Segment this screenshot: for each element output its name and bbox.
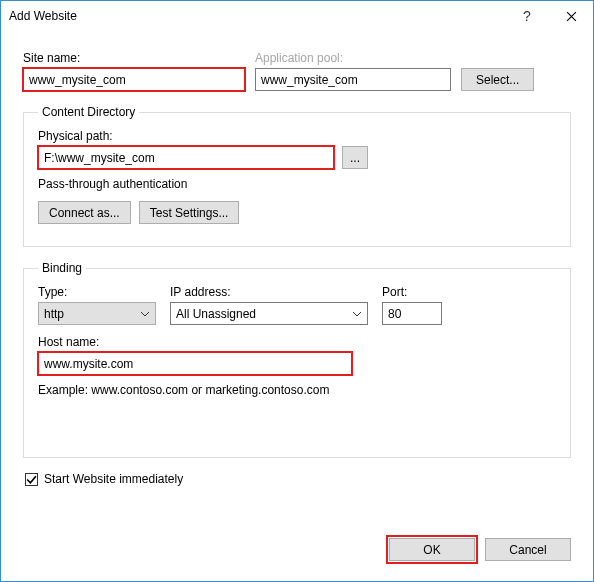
help-button[interactable]: ? [505,1,549,31]
port-input[interactable] [382,302,442,325]
close-icon [566,11,577,22]
type-select[interactable]: http [38,302,156,325]
type-value: http [44,307,64,321]
titlebar: Add Website ? [1,1,593,31]
app-pool-label: Application pool: [255,51,451,65]
select-app-pool-button[interactable]: Select... [461,68,534,91]
ip-value: All Unassigned [176,307,256,321]
test-settings-button[interactable]: Test Settings... [139,201,240,224]
browse-path-button[interactable]: ... [342,146,368,169]
type-label: Type: [38,285,156,299]
ip-label: IP address: [170,285,368,299]
connect-as-button[interactable]: Connect as... [38,201,131,224]
cancel-button[interactable]: Cancel [485,538,571,561]
site-name-input[interactable] [23,68,245,91]
host-example-text: Example: www.contoso.com or marketing.co… [38,383,556,397]
physical-path-input[interactable] [38,146,334,169]
dialog-content: Site name: Application pool: Select... C… [1,31,593,522]
help-icon: ? [523,8,531,24]
content-directory-group: Content Directory Physical path: ... Pas… [23,105,571,247]
host-label: Host name: [38,335,556,349]
physical-path-label: Physical path: [38,129,556,143]
checkmark-icon [26,474,37,485]
dialog-footer: OK Cancel [1,522,593,581]
auth-text: Pass-through authentication [38,177,556,191]
start-immediately-checkbox[interactable] [25,473,38,486]
port-label: Port: [382,285,442,299]
window-title: Add Website [9,9,77,23]
start-immediately-label: Start Website immediately [44,472,183,486]
app-pool-input [255,68,451,91]
chevron-down-icon [352,309,362,319]
site-name-label: Site name: [23,51,245,65]
close-button[interactable] [549,1,593,31]
content-directory-legend: Content Directory [38,105,139,119]
chevron-down-icon [140,309,150,319]
ok-button[interactable]: OK [389,538,475,561]
host-name-input[interactable] [38,352,352,375]
binding-group: Binding Type: http IP address: All Unass… [23,261,571,458]
ip-select[interactable]: All Unassigned [170,302,368,325]
binding-legend: Binding [38,261,86,275]
add-website-dialog: Add Website ? Site name: Application poo… [0,0,594,582]
